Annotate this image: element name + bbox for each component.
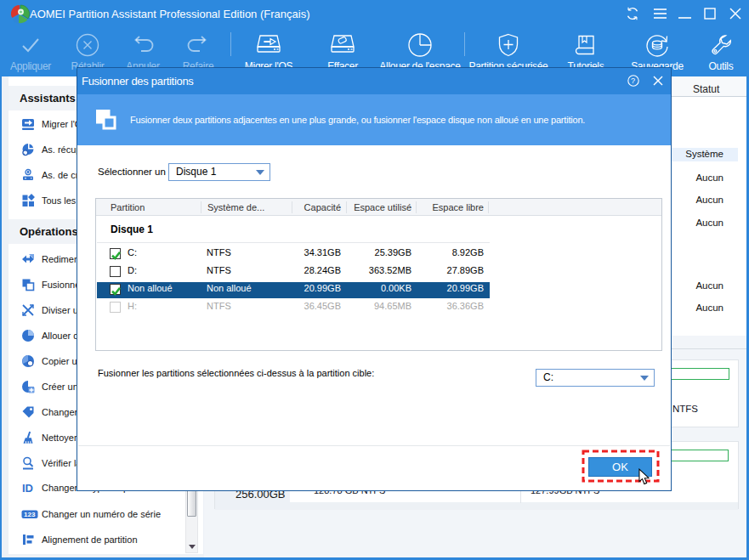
svg-text:123: 123: [24, 511, 36, 518]
svg-text:ID: ID: [22, 482, 33, 495]
svg-text:?: ?: [631, 76, 635, 85]
